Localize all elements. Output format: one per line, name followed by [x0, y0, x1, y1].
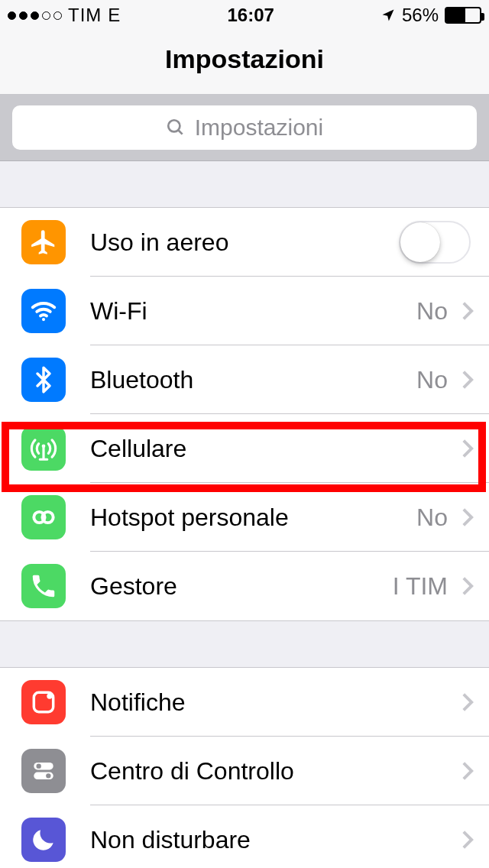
row-value: No — [416, 366, 455, 394]
svg-line-1 — [178, 130, 182, 134]
chevron-right-icon — [455, 370, 489, 390]
svg-point-0 — [168, 120, 180, 131]
signal-strength-icon — [8, 11, 62, 20]
carrier-label: TIM — [68, 5, 102, 26]
row-label: Non disturbare — [66, 826, 455, 854]
row-value: No — [416, 504, 455, 532]
row-label: Notifiche — [66, 688, 455, 717]
control-center-icon — [21, 749, 66, 793]
row-label: Wi-Fi — [66, 297, 416, 326]
chevron-right-icon — [455, 761, 489, 781]
status-left: TIM E — [8, 5, 121, 26]
row-hotspot[interactable]: Hotspot personale No — [0, 483, 489, 552]
row-label: Uso in aereo — [66, 228, 399, 257]
row-label: Bluetooth — [66, 366, 416, 394]
settings-group-connectivity: Uso in aereo Wi-Fi No Bluetooth No Cellu… — [0, 207, 489, 621]
svg-point-2 — [42, 318, 45, 321]
airplane-toggle[interactable] — [399, 221, 471, 264]
section-gap — [0, 161, 489, 207]
row-bluetooth[interactable]: Bluetooth No — [0, 345, 489, 414]
page-title: Impostazioni — [0, 44, 489, 74]
wifi-icon — [21, 289, 66, 333]
row-label: Gestore — [66, 572, 393, 601]
airplane-icon — [21, 220, 66, 264]
row-label: Cellulare — [66, 435, 455, 463]
clock-label: 16:07 — [227, 5, 274, 26]
notifications-icon — [21, 680, 66, 724]
network-type-label: E — [108, 5, 121, 26]
moon-icon — [21, 818, 66, 862]
toggle-knob — [400, 222, 440, 262]
phone-icon — [21, 564, 66, 608]
search-icon — [166, 118, 186, 138]
row-label: Centro di Controllo — [66, 757, 455, 785]
settings-group-general: Notifiche Centro di Controllo Non distur… — [0, 667, 489, 868]
hotspot-icon — [21, 495, 66, 539]
chevron-right-icon — [455, 439, 489, 458]
battery-fill — [446, 8, 465, 22]
nav-header: Impostazioni — [0, 31, 489, 95]
battery-percent-label: 56% — [402, 5, 439, 26]
status-bar: TIM E 16:07 56% — [0, 0, 489, 31]
search-input[interactable]: Impostazioni — [12, 105, 477, 150]
row-cellular[interactable]: Cellulare — [0, 414, 489, 483]
row-label: Hotspot personale — [66, 504, 416, 532]
chevron-right-icon — [455, 830, 489, 850]
svg-point-11 — [46, 773, 50, 778]
cellular-icon — [21, 426, 66, 471]
chevron-right-icon — [455, 301, 489, 321]
bluetooth-icon — [21, 358, 66, 402]
row-carrier[interactable]: Gestore I TIM — [0, 552, 489, 620]
row-value: No — [416, 297, 455, 326]
search-placeholder: Impostazioni — [195, 115, 323, 141]
row-wifi[interactable]: Wi-Fi No — [0, 277, 489, 345]
chevron-right-icon — [455, 692, 489, 712]
chevron-right-icon — [455, 576, 489, 596]
search-bar-container: Impostazioni — [0, 95, 489, 161]
row-notifications[interactable]: Notifiche — [0, 668, 489, 737]
section-gap — [0, 621, 489, 667]
status-right: 56% — [381, 5, 481, 26]
location-icon — [381, 8, 396, 23]
row-control-center[interactable]: Centro di Controllo — [0, 737, 489, 805]
row-airplane-mode[interactable]: Uso in aereo — [0, 208, 489, 277]
row-do-not-disturb[interactable]: Non disturbare — [0, 805, 489, 868]
battery-icon — [445, 7, 481, 24]
svg-point-7 — [47, 693, 52, 698]
chevron-right-icon — [455, 507, 489, 527]
row-value: I TIM — [393, 572, 455, 601]
svg-point-9 — [37, 764, 41, 769]
